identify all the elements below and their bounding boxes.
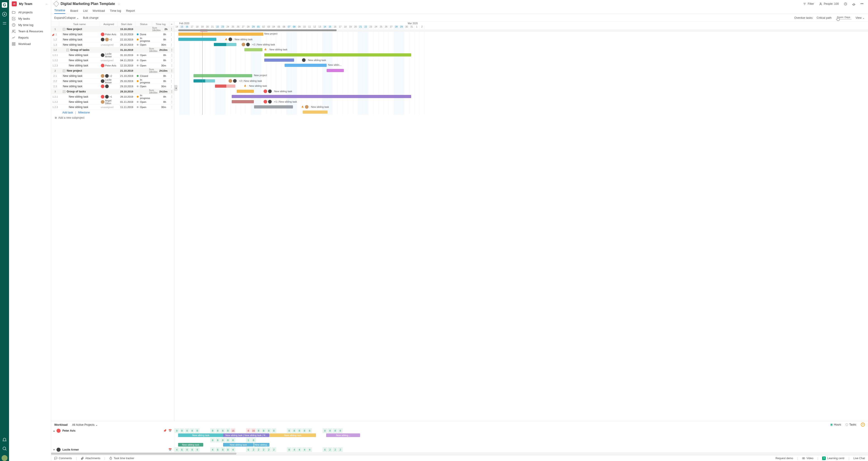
col-assigned[interactable]: Assigned [100, 22, 118, 26]
collapse-toggle[interactable]: − [63, 28, 65, 31]
row-menu-icon[interactable]: ⋮ [169, 49, 174, 52]
timelog-cell[interactable]: 8h [152, 33, 169, 36]
workload-task-bar[interactable]: New sibling task | New sibling task | N.… [223, 433, 270, 437]
workload-cell[interactable] [241, 447, 246, 452]
workload-cell[interactable] [241, 428, 246, 433]
col-time-log[interactable]: Time log [152, 22, 169, 26]
critical-path-link[interactable]: Critical path [817, 16, 832, 20]
gantt-bar[interactable] [193, 79, 215, 83]
overdue-link[interactable]: Overdue tasks [794, 16, 813, 20]
workload-cell[interactable] [281, 447, 287, 452]
add-task-link[interactable]: Add task [62, 111, 73, 114]
workload-cell[interactable] [317, 428, 322, 433]
status-cell[interactable]: Open [135, 85, 152, 88]
row-menu-icon[interactable]: ⋮ [169, 105, 174, 109]
task-row[interactable]: 1.2 −Group of tasks 31.10.2019 Sum 18h30… [51, 48, 174, 53]
app-logo[interactable]: G [2, 2, 7, 8]
workload-cell[interactable]: 8 [302, 428, 307, 433]
row-menu-icon[interactable]: ⋮ [169, 100, 174, 103]
workload-cell[interactable]: 16 [251, 428, 256, 433]
zoom-control[interactable]: Zoom: Days [836, 16, 851, 20]
workload-cell[interactable] [195, 437, 200, 443]
timelog-cell[interactable]: 30m [152, 43, 169, 46]
timelog-cell[interactable]: 30m [152, 64, 169, 67]
expand-collapse-button[interactable]: Expand/Collapse ⌄ [54, 16, 79, 20]
workload-cell[interactable] [276, 447, 282, 452]
workload-cell[interactable]: 8 [328, 428, 333, 433]
workload-task-bar[interactable]: New sibling... [254, 443, 270, 447]
workload-cell[interactable]: 4 [297, 447, 302, 452]
tab-workload[interactable]: Workload [93, 9, 105, 14]
status-cell[interactable]: In progress [135, 79, 152, 84]
add-column-button[interactable]: + [169, 22, 174, 26]
assignee-cell[interactable]: +1 [100, 95, 118, 98]
task-row[interactable]: 2 −New project 21.10.2019 Sum 18h30m2h10… [51, 68, 174, 73]
workload-cell[interactable]: 8 [251, 437, 256, 443]
timelog-cell[interactable]: 8h [152, 95, 169, 98]
assignee-cell[interactable]: Angel Dillon [100, 99, 118, 104]
settings-icon[interactable] [851, 1, 857, 6]
workload-cell[interactable]: 2 [328, 447, 333, 452]
workload-task-bar[interactable]: New sibling... [326, 433, 360, 437]
workload-cell[interactable]: 8 [225, 447, 230, 452]
add-subproject-link[interactable]: ⊕Add a new subproject [51, 115, 174, 120]
video-link[interactable]: Video [802, 457, 813, 460]
workload-cell[interactable]: 8 [184, 428, 190, 433]
workload-cell[interactable]: 16 [230, 428, 236, 433]
task-row[interactable]: 1.2 New sibling task +2 22.10.2019 In pr… [51, 37, 174, 42]
workload-cell[interactable] [317, 447, 322, 452]
timelog-cell[interactable]: 30m [152, 85, 169, 88]
bell-icon[interactable] [2, 437, 7, 442]
tab-report[interactable]: Report [126, 9, 135, 14]
gantt-bar[interactable] [237, 90, 254, 93]
gantt-bar[interactable] [303, 111, 328, 114]
workload-cell[interactable] [205, 437, 210, 443]
workload-cell[interactable] [312, 447, 317, 452]
workload-cell[interactable]: 8 [266, 428, 272, 433]
timelog-cell[interactable]: 8h [152, 38, 169, 41]
workload-cell[interactable]: 8 [184, 447, 190, 452]
status-cell[interactable]: Open [135, 43, 152, 46]
sidebar-item-reports[interactable]: Reports [9, 34, 51, 41]
date-cell[interactable]: 31.10.2019 [118, 54, 135, 57]
workload-person-row[interactable]: ▴Peter Avis📌📅 [51, 428, 174, 433]
workload-cell[interactable] [200, 428, 205, 433]
workload-project-dropdown[interactable]: All Active Projects ⌄ [72, 423, 98, 426]
task-row[interactable]: 1.2.3 New sibling task unassigned 11.11.… [51, 104, 174, 110]
workload-person-row[interactable]: ▾Lucile Armer📅 [51, 447, 174, 452]
workload-cell[interactable]: 8 [246, 428, 251, 433]
request-demo-link[interactable]: Request demo [776, 457, 793, 460]
date-cell[interactable]: 15.10.2019 [118, 28, 135, 31]
task-row[interactable]: 1.3 New sibling task unassigned 28.10.20… [51, 42, 174, 48]
tab-board[interactable]: Board [70, 9, 78, 14]
workload-cell[interactable]: 8 [261, 428, 266, 433]
task-row[interactable]: 1 −New project 15.10.2019 Sum 18h30m2h ⋮ [51, 27, 174, 32]
calendar-icon[interactable]: 📅 [168, 448, 172, 451]
radio-tasks[interactable]: Tasks [846, 423, 856, 426]
timelog-cell[interactable]: 8h [152, 74, 169, 77]
workload-cell[interactable]: 8 [287, 447, 292, 452]
assignee-cell[interactable]: unassigned [100, 106, 118, 109]
workload-cell[interactable] [236, 447, 241, 452]
date-cell[interactable]: 21.10.2019 [118, 74, 135, 77]
gantt-bar[interactable] [178, 38, 216, 41]
status-cell[interactable]: Closed [135, 74, 152, 77]
status-cell[interactable]: Open [135, 100, 152, 103]
workload-cell[interactable]: 2 [251, 447, 256, 452]
sidebar-item-my-tasks[interactable]: My tasks [9, 16, 51, 22]
workload-cell[interactable]: 8 [210, 437, 215, 443]
assignee-cell[interactable]: Peter Avis [100, 64, 118, 67]
more-icon[interactable]: ••• [859, 1, 865, 6]
status-cell[interactable]: Open [135, 59, 152, 62]
timelog-cell[interactable]: 8h [152, 80, 169, 83]
row-menu-icon[interactable]: ⋮ [169, 80, 174, 83]
workload-cell[interactable]: 4 [292, 447, 297, 452]
gantt-bar[interactable] [232, 95, 411, 98]
collapse-toggle[interactable]: − [63, 90, 65, 93]
assignee-cell[interactable]: Peter Avis [100, 33, 118, 36]
row-menu-icon[interactable]: ⋮ [169, 95, 174, 98]
collapse-toggle[interactable]: − [63, 70, 65, 72]
sidebar-item-all-projects[interactable]: All projects [9, 9, 51, 16]
row-menu-icon[interactable]: ⋮ [169, 28, 174, 31]
workload-cell[interactable]: 4 [210, 447, 215, 452]
